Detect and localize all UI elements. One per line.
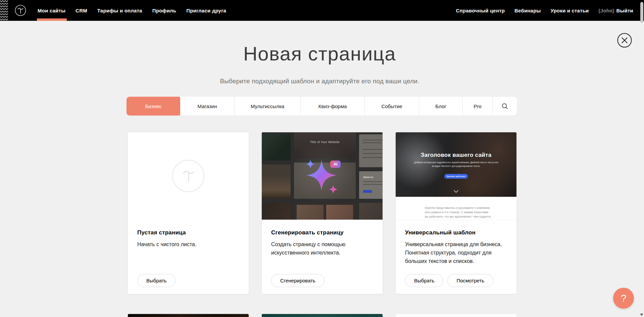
- page-title: Новая страница: [0, 42, 639, 65]
- generate-button[interactable]: Сгенерировать: [271, 274, 325, 287]
- preview-cta-button: Целевое действие: [444, 174, 468, 179]
- zigzag-pattern-decoration: [0, 0, 9, 21]
- tab-blog[interactable]: Блог: [419, 97, 462, 116]
- card-description: Начать с чистого листа.: [137, 240, 238, 249]
- nav-item-tariffs[interactable]: Тарифы и оплата: [97, 0, 142, 21]
- scrollbar-thumb[interactable]: [640, 2, 643, 23]
- tab-multilink[interactable]: Мультиссылка: [234, 97, 300, 116]
- choose-button[interactable]: Выбрать: [405, 274, 443, 287]
- tab-business[interactable]: Бизнес: [127, 97, 180, 116]
- ai-preview-collage: Title of Your Website About us: [262, 132, 383, 220]
- card-body: Сгенерировать страницу Создать страницу …: [262, 220, 383, 267]
- user-name-label: (John): [599, 8, 614, 13]
- card-description: Универсальная страница для бизнеса. Поня…: [405, 240, 506, 265]
- nav-item-my-sites[interactable]: Мои сайты: [38, 0, 65, 21]
- tab-search[interactable]: [492, 97, 517, 116]
- card-actions: Выбрать Посмотреть: [405, 274, 493, 287]
- template-category-tabs: Бизнес Магазин Мультиссылка Квиз-форма С…: [127, 97, 517, 116]
- nav-secondary-menu: Справочный центр Вебинары Уроки и статьи…: [456, 0, 633, 21]
- template-card[interactable]: [262, 314, 383, 317]
- card-description: Создать страницу с помощью искусственног…: [271, 240, 372, 257]
- top-navigation: Мои сайты CRM Тарифы и оплата Профиль Пр…: [0, 0, 644, 21]
- nav-item-profile[interactable]: Профиль: [152, 0, 177, 21]
- template-card-universal[interactable]: Заголовок вашего сайта Добавьте интересн…: [396, 132, 516, 294]
- nav-main-menu: Мои сайты CRM Тарифы и оплата Профиль Пр…: [38, 0, 226, 21]
- scrollbar-down-arrow[interactable]: [640, 314, 643, 316]
- search-icon: [502, 103, 508, 109]
- sparkle-icon-tiny: [329, 185, 338, 194]
- tab-event[interactable]: Событие: [364, 97, 419, 116]
- template-preview: [128, 314, 249, 317]
- nav-item-lessons[interactable]: Уроки и статьи: [551, 0, 589, 21]
- template-cards-row: Пустая страница Начать с чистого листа. …: [128, 132, 516, 294]
- preview-hero-subtext: Добавьте интересные подробности о вашей …: [412, 161, 500, 168]
- tilda-watermark-icon: [172, 160, 204, 192]
- card-body: Универсальный шаблон Универсальная стран…: [396, 220, 516, 275]
- card-title: Универсальный шаблон: [405, 229, 507, 236]
- chevron-down-icon: [454, 190, 458, 193]
- template-preview: [396, 314, 516, 317]
- tab-quiz-form[interactable]: Квиз-форма: [300, 97, 364, 116]
- preview-body-text: Коротко представьтесь и расскажите о ком…: [425, 206, 491, 220]
- card-actions: Выбрать: [137, 274, 176, 287]
- ai-badge: AI: [330, 161, 341, 168]
- tab-shop[interactable]: Магазин: [180, 97, 234, 116]
- template-card[interactable]: [396, 314, 516, 317]
- help-button[interactable]: ?: [613, 288, 634, 309]
- tab-pro[interactable]: Pro: [462, 97, 492, 116]
- question-mark-icon: ?: [621, 292, 627, 304]
- template-cards-row-next: [128, 314, 516, 317]
- tilda-logo[interactable]: [15, 5, 26, 16]
- universal-template-preview: Заголовок вашего сайта Добавьте интересн…: [396, 132, 516, 220]
- nav-item-help-center[interactable]: Справочный центр: [456, 0, 505, 21]
- blank-page-preview: [128, 132, 249, 220]
- nav-item-crm[interactable]: CRM: [76, 0, 87, 21]
- preview-button[interactable]: Посмотреть: [447, 274, 493, 287]
- template-mosaic: Title of Your Website About us: [262, 132, 383, 220]
- choose-button[interactable]: Выбрать: [137, 274, 176, 287]
- template-card-blank-page[interactable]: Пустая страница Начать с чистого листа. …: [128, 132, 249, 294]
- nav-item-logout[interactable]: (John) Выйти: [599, 0, 633, 21]
- template-card[interactable]: [128, 314, 249, 317]
- preview-hero-heading: Заголовок вашего сайта: [396, 152, 516, 158]
- card-title: Пустая страница: [137, 229, 239, 236]
- nav-item-invite-friend[interactable]: Пригласи друга: [186, 0, 226, 21]
- card-title: Сгенерировать страницу: [271, 229, 373, 236]
- nav-item-webinars[interactable]: Вебинары: [514, 0, 541, 21]
- card-actions: Сгенерировать: [271, 274, 325, 287]
- card-body: Пустая страница Начать с чистого листа.: [128, 220, 249, 258]
- template-card-ai-generate[interactable]: Title of Your Website About us: [262, 132, 383, 294]
- template-preview: [262, 314, 383, 317]
- logout-label: Выйти: [616, 8, 633, 13]
- page-subtitle: Выберите подходящий шаблон и адаптируйте…: [0, 78, 639, 85]
